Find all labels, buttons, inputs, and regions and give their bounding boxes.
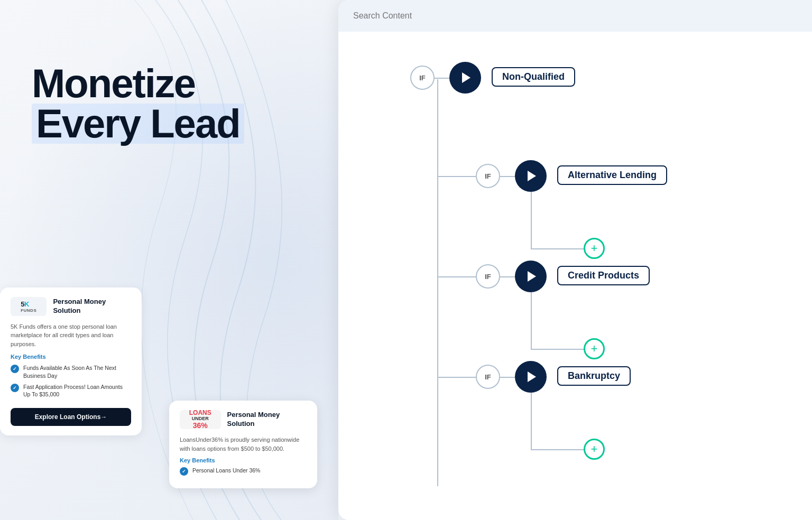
node-label-1: Non-Qualified xyxy=(492,67,575,87)
loans-logo-content: LOANS UNDER 36% xyxy=(189,410,211,429)
play-icon-2 xyxy=(528,171,536,181)
if-badge-1[interactable]: IF xyxy=(410,66,435,90)
card-5kfunds: 5K FUNDS Personal Money Solution 5K Fund… xyxy=(0,287,142,435)
hero-title: Monetize Every Lead xyxy=(32,63,307,144)
play-icon-4 xyxy=(528,372,536,382)
benefit-item-2: Fast Application Process! Loan Amounts U… xyxy=(11,383,131,398)
hero-line1: Monetize xyxy=(32,61,195,106)
flow-container: IF Non-Qualified IF A xyxy=(359,48,791,504)
play-circle-3[interactable] xyxy=(515,261,547,292)
card2-benefits-label: Key Benefits xyxy=(180,457,307,463)
v-line-4 xyxy=(531,393,532,449)
if-badge-4[interactable]: IF xyxy=(476,365,500,389)
flow-area: IF Non-Qualified IF A xyxy=(338,32,812,520)
add-button-2[interactable]: + xyxy=(584,338,605,359)
logo-funds-text: FUNDS xyxy=(21,308,36,313)
h-line-2 xyxy=(437,176,476,177)
v-line-3 xyxy=(531,292,532,349)
explore-loan-options-button[interactable]: Explore Loan Options→ xyxy=(11,408,131,426)
node-label-4: Bankruptcy xyxy=(557,366,631,386)
logo-5kfunds: 5K FUNDS xyxy=(11,297,47,316)
hero-text: Monetize Every Lead xyxy=(32,63,307,144)
card2-benefit-item: Personal Loans Under 36% xyxy=(180,467,307,476)
play-icon-3 xyxy=(528,271,536,282)
benefit-text-1: Funds Available As Soon As The Next Busi… xyxy=(23,364,131,379)
search-input[interactable] xyxy=(353,11,797,21)
add-button-1[interactable]: + xyxy=(584,238,605,259)
node-label-2: Alternative Lending xyxy=(557,165,667,185)
card2-description: LoansUnder36% is proudly serving nationw… xyxy=(180,435,307,453)
card-header: 5K FUNDS Personal Money Solution xyxy=(11,297,131,316)
h-line-4 xyxy=(437,377,476,378)
card1-title: Personal Money Solution xyxy=(53,298,131,315)
spine-line xyxy=(437,79,438,486)
play-icon-1 xyxy=(462,72,470,83)
benefit-check-2 xyxy=(11,384,19,392)
h-line-3 xyxy=(437,276,476,277)
benefit-item-1: Funds Available As Soon As The Next Busi… xyxy=(11,364,131,379)
search-bar xyxy=(338,0,812,32)
logo-loans-under36: LOANS UNDER 36% xyxy=(180,410,221,429)
right-panel: IF Non-Qualified IF A xyxy=(338,0,812,520)
card2-title: Personal Money Solution xyxy=(227,411,307,429)
benefit-text-2: Fast Application Process! Loan Amounts U… xyxy=(23,383,131,398)
v-line-2 xyxy=(531,192,532,248)
card-loans-under-36: LOANS UNDER 36% Personal Money Solution … xyxy=(169,401,317,488)
left-panel: Monetize Every Lead 5K FUNDS Personal Mo… xyxy=(0,0,338,520)
card2-benefit-check xyxy=(180,467,188,476)
play-circle-4[interactable] xyxy=(515,361,547,393)
play-circle-2[interactable] xyxy=(515,160,547,192)
benefit-check-1 xyxy=(11,365,19,373)
if-badge-3[interactable]: IF xyxy=(476,264,500,289)
play-circle-1[interactable] xyxy=(449,62,481,94)
card2-benefit-text: Personal Loans Under 36% xyxy=(192,467,260,475)
card2-header: LOANS UNDER 36% Personal Money Solution xyxy=(180,410,307,429)
card1-benefits-label: Key Benefits xyxy=(11,354,131,360)
node-label-3: Credit Products xyxy=(557,266,650,285)
add-button-3[interactable]: + xyxy=(584,439,605,460)
if-badge-2[interactable]: IF xyxy=(476,164,500,188)
card1-description: 5K Funds offers a one stop personal loan… xyxy=(11,322,131,349)
hero-line2: Every Lead xyxy=(32,104,244,144)
